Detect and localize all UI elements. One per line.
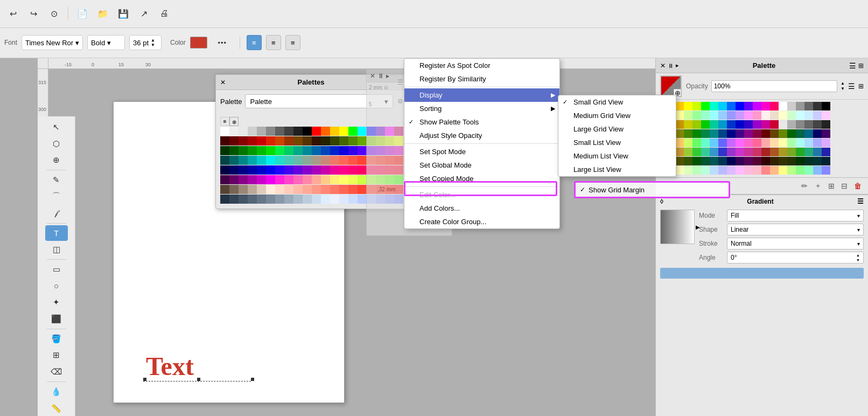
right-swatch-2-14[interactable] (779, 120, 787, 129)
right-swatch-1-3[interactable] (684, 111, 692, 120)
menu-display[interactable]: Display ▶ (404, 88, 559, 102)
color-cell-7-3[interactable] (248, 195, 257, 204)
color-cell-0-5[interactable] (266, 127, 275, 136)
color-cell-2-4[interactable] (257, 146, 266, 155)
gradient-expand-caret[interactable]: ◊ (660, 198, 663, 205)
right-swatch-6-14[interactable] (779, 157, 787, 165)
right-swatch-3-7[interactable] (718, 129, 727, 138)
right-swatch-5-10[interactable] (744, 148, 753, 156)
gradient-close-icon[interactable]: ✕ (660, 62, 666, 70)
right-swatch-7-6[interactable] (710, 166, 718, 175)
color-cell-4-11[interactable] (321, 165, 330, 175)
color-cell-2-12[interactable] (330, 146, 339, 155)
right-swatch-2-7[interactable] (718, 120, 727, 129)
color-cell-5-0[interactable] (220, 175, 229, 184)
right-swatch-5-7[interactable] (718, 148, 727, 156)
color-cell-7-14[interactable] (348, 195, 358, 204)
color-cell-3-8[interactable] (293, 156, 303, 165)
color-cell-1-10[interactable] (312, 136, 321, 145)
color-cell-7-13[interactable] (339, 195, 348, 204)
color-cell-4-10[interactable] (312, 165, 321, 175)
color-cell-4-5[interactable] (266, 165, 275, 175)
right-swatch-5-8[interactable] (727, 148, 736, 156)
right-swatch-6-4[interactable] (692, 157, 701, 165)
spray-tool[interactable]: ⊞ (45, 348, 68, 363)
color-cell-1-14[interactable] (348, 136, 358, 145)
color-cell-1-9[interactable] (303, 136, 312, 145)
right-swatch-6-6[interactable] (710, 157, 718, 165)
redo-button[interactable]: ↪ (25, 5, 42, 22)
align-right-button[interactable]: ≡ (285, 35, 300, 50)
right-swatch-2-19[interactable] (822, 120, 830, 129)
color-cell-5-3[interactable] (248, 175, 257, 184)
menu-set-copied[interactable]: Set Copied Mode (404, 172, 559, 185)
color-cell-6-2[interactable] (239, 185, 248, 194)
right-swatch-2-5[interactable] (701, 120, 710, 129)
calligraphy-tool[interactable]: 𝒻 (45, 205, 68, 220)
submenu-small-grid[interactable]: ✓ Small Grid View (558, 95, 676, 109)
right-swatch-4-15[interactable] (787, 138, 796, 147)
color-cell-2-11[interactable] (321, 146, 330, 155)
color-cell-3-11[interactable] (321, 156, 330, 165)
opacity-input[interactable]: 100% (711, 80, 837, 92)
color-cell-4-13[interactable] (339, 165, 348, 175)
right-swatch-3-18[interactable] (813, 129, 822, 138)
print-button[interactable]: 🖨 (156, 5, 173, 22)
more-button[interactable]: ••• (212, 34, 233, 51)
color-cell-1-13[interactable] (339, 136, 348, 145)
color-cell-5-15[interactable] (358, 175, 367, 184)
right-swatch-2-8[interactable] (727, 120, 736, 129)
right-swatch-1-7[interactable] (718, 111, 727, 120)
gradient-section-menu[interactable]: ☰ (857, 197, 864, 205)
color-cell-1-8[interactable] (293, 136, 303, 145)
menu-show-palette-tools[interactable]: ✓ Show Palette Tools (404, 115, 559, 129)
color-cell-6-8[interactable] (293, 185, 303, 194)
gradient-expand-btn[interactable]: ▶ (696, 224, 700, 230)
right-swatch-5-18[interactable] (813, 148, 822, 156)
color-cell-4-6[interactable] (275, 165, 284, 175)
gradient-panel-grid-icon[interactable]: ⊞ (858, 62, 864, 70)
color-cell-2-0[interactable] (220, 146, 229, 155)
opacity-panel-menu-icon[interactable]: ☰ (848, 82, 855, 91)
measure-tool[interactable]: 📏 (45, 400, 68, 415)
ellipse-tool[interactable]: ○ (45, 279, 68, 294)
color-cell-3-12[interactable] (330, 156, 339, 165)
right-swatch-1-15[interactable] (787, 111, 796, 120)
color-cell-1-2[interactable] (239, 136, 248, 145)
color-cell-2-9[interactable] (303, 146, 312, 155)
right-swatch-1-19[interactable] (822, 111, 830, 120)
color-cell-3-9[interactable] (303, 156, 312, 165)
right-swatch-7-11[interactable] (753, 166, 761, 175)
color-cell-4-4[interactable] (257, 165, 266, 175)
right-swatch-5-11[interactable] (753, 148, 761, 156)
color-cell-3-1[interactable] (229, 156, 239, 165)
right-swatch-0-14[interactable] (779, 102, 787, 110)
special-color-none[interactable]: ⊗ (220, 117, 229, 126)
color-cell-1-12[interactable] (330, 136, 339, 145)
stroke-select[interactable]: Normal ▾ (727, 238, 864, 249)
right-swatch-3-6[interactable] (710, 129, 718, 138)
opacity-down-icon[interactable]: ▼ (841, 86, 845, 92)
right-swatch-4-3[interactable] (684, 138, 692, 147)
shape-select[interactable]: Linear ▾ (727, 224, 864, 235)
right-swatch-0-4[interactable] (692, 102, 701, 110)
color-cell-6-15[interactable] (358, 185, 367, 194)
right-swatch-3-14[interactable] (779, 129, 787, 138)
right-swatch-2-16[interactable] (796, 120, 804, 129)
right-swatch-3-3[interactable] (684, 129, 692, 138)
color-cell-6-14[interactable] (348, 185, 358, 194)
palette-close-btn[interactable]: ✕ (220, 79, 226, 86)
right-swatch-7-3[interactable] (684, 166, 692, 175)
color-cell-0-12[interactable] (330, 127, 339, 136)
color-cell-4-7[interactable] (284, 165, 293, 175)
right-swatch-3-16[interactable] (796, 129, 804, 138)
right-swatch-4-12[interactable] (761, 138, 770, 147)
color-cell-1-0[interactable] (220, 136, 229, 145)
color-cell-2-6[interactable] (275, 146, 284, 155)
menu-set-spot[interactable]: Set Spot Mode (404, 145, 559, 158)
right-swatch-0-16[interactable] (796, 102, 804, 110)
right-swatch-2-17[interactable] (804, 120, 813, 129)
right-swatch-4-17[interactable] (804, 138, 813, 147)
right-swatch-1-6[interactable] (710, 111, 718, 120)
right-swatch-6-19[interactable] (822, 157, 830, 165)
